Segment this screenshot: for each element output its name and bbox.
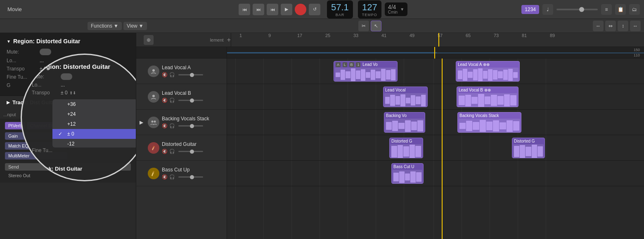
- time-display: 57.1 BAR: [327, 0, 353, 19]
- expand-tool[interactable]: ↔: [630, 21, 641, 31]
- clip-bass-1[interactable]: Bass Cut U: [391, 163, 424, 184]
- mute-icon-3[interactable]: 🔇: [162, 123, 168, 129]
- ruler-mark-89: 89: [550, 33, 555, 38]
- skip-back-button[interactable]: ⏮: [267, 4, 278, 15]
- view-menu-button[interactable]: View ▼: [123, 22, 147, 30]
- mute-icon-1[interactable]: 🔇: [162, 72, 168, 77]
- snap-tool[interactable]: ⇔: [605, 21, 616, 31]
- clip-label-dg2: Distorted G: [512, 138, 545, 144]
- track-controls-4: 🔇 🎧: [162, 149, 223, 154]
- smart-controls-button[interactable]: 1234: [521, 5, 539, 14]
- overlay-transpose-stepper[interactable]: ⬆⬇: [69, 91, 76, 95]
- track-header-info-3: Backing Vocals Stack 🔇 🎧: [162, 116, 223, 129]
- cycle-button[interactable]: ↺: [309, 4, 320, 15]
- track-header-info-5: Bass Cut Up 🔇 🎧: [162, 167, 223, 180]
- svg-point-4: [153, 146, 155, 148]
- transpose-option-plus24[interactable]: +24: [52, 109, 136, 119]
- overlay-loop-label: Lo...: [32, 82, 61, 88]
- overlay-transpose-value[interactable]: ± 0: [61, 90, 68, 96]
- mute-row: Mute:: [7, 49, 129, 55]
- track-fader-3[interactable]: [178, 125, 203, 127]
- track-fader-1[interactable]: [178, 74, 203, 75]
- ruler-mark-9: 9: [268, 33, 271, 38]
- mute-icon-5[interactable]: 🔇: [162, 174, 168, 180]
- note-pad-button[interactable]: 📋: [615, 4, 626, 15]
- time-sig-chevron[interactable]: ▼: [400, 7, 404, 12]
- transpose-option-plus36[interactable]: +36: [52, 99, 136, 109]
- headphones-icon-2[interactable]: 🎧: [169, 98, 175, 103]
- clip-distorted-guitar-2[interactable]: Distorted G: [512, 138, 545, 158]
- play-button[interactable]: ▶: [281, 4, 292, 15]
- track-icon-distorted-guitar: [148, 142, 159, 154]
- transpose-label: Transpo: [7, 66, 40, 72]
- headphones-icon-3[interactable]: 🎧: [169, 123, 175, 129]
- svg-point-0: [152, 69, 155, 72]
- secondary-toolbar: Functions ▼ View ▼ ✂ ↖ ↔ ⇔ ↕ ↔: [0, 19, 644, 33]
- fit-tool[interactable]: ↕: [618, 21, 628, 31]
- transpose-option-zero[interactable]: ✓ ± 0: [52, 129, 136, 139]
- clip-label-lva2: Lead Vocal A ⊕⊕: [456, 61, 519, 68]
- trim-tool[interactable]: ✂: [358, 21, 369, 31]
- clip-lead-vocal-b-2[interactable]: Lead Vocal B ⊕⊕: [457, 87, 519, 107]
- level-110: 110: [634, 53, 640, 57]
- overlay-mute-toggle[interactable]: [61, 73, 72, 80]
- bar-section: 57.1 BAR: [331, 2, 349, 17]
- track-row-lead-vocal-a: A L B 1 Lead Vo: [227, 59, 644, 84]
- bar-label: BAR: [336, 13, 345, 17]
- mute-icon-4[interactable]: 🔇: [162, 149, 168, 154]
- transpose-option-plus12[interactable]: +12: [52, 119, 136, 129]
- record-button[interactable]: [295, 4, 306, 15]
- track-fader-5[interactable]: [178, 176, 203, 178]
- svg-point-2: [152, 120, 154, 122]
- mute-icon-2[interactable]: 🔇: [162, 98, 168, 103]
- clip-lead-vocal-a-1[interactable]: A L B 1 Lead Vo: [334, 61, 398, 82]
- ruler-mark-33: 33: [353, 33, 358, 38]
- clip-label-lvb1: Lead Vocal: [384, 87, 427, 93]
- transpose-option-minus12[interactable]: -12: [52, 139, 136, 148]
- movie-label: Movie: [7, 6, 22, 12]
- fast-forward-button[interactable]: ⏭: [253, 4, 264, 15]
- add-track-icon[interactable]: ⊕: [144, 35, 154, 45]
- ruler-numbers: 1 9 17 25 33 41 49 57 65 73 81 89: [231, 33, 644, 47]
- resize-tool[interactable]: ↔: [593, 21, 604, 31]
- transport-controls: ⏮ ⏭ ⏮ ▶ ↺: [239, 4, 320, 15]
- mute-label: Mute:: [7, 49, 40, 55]
- track-controls-1: 🔇 🎧: [162, 72, 223, 77]
- tempo-section: 127 TEMPO: [358, 0, 381, 19]
- headphones-icon-4[interactable]: 🎧: [169, 149, 175, 154]
- view-label: View: [127, 23, 137, 29]
- metronome-button[interactable]: ♩: [542, 4, 553, 15]
- mute-toggle[interactable]: [40, 49, 51, 55]
- clip-lead-vocal-a-2[interactable]: Lead Vocal A ⊕⊕: [456, 61, 520, 82]
- overlay-mute-row: Mute:: [32, 73, 136, 80]
- time-sig-value: 4/4: [388, 4, 398, 10]
- add-element-button[interactable]: +: [227, 36, 231, 44]
- functions-chevron-icon: ▼: [114, 23, 118, 29]
- time-signature[interactable]: 4/4 Cmin ▼: [385, 2, 407, 16]
- headphones-icon-1[interactable]: 🎧: [169, 72, 175, 77]
- track-name-backing-vocals: Backing Vocals Stack: [162, 116, 223, 122]
- functions-menu-button[interactable]: Functions ▼: [88, 22, 122, 30]
- browser-button[interactable]: 🗂: [629, 4, 640, 15]
- clip-distorted-guitar-1[interactable]: Distorted G: [389, 138, 423, 158]
- list-editor-button[interactable]: ≡: [601, 4, 612, 15]
- waveform-dg1: [391, 144, 422, 158]
- rewind-button[interactable]: ⏮: [239, 4, 250, 15]
- clip-lead-vocal-b-1[interactable]: Lead Vocal: [383, 87, 428, 107]
- track-fader-4[interactable]: [178, 151, 203, 152]
- clip-backing-vocals-1[interactable]: Backing Vo: [384, 112, 425, 133]
- waveform-lvb1: [384, 93, 426, 107]
- element-label: lement: [210, 37, 224, 42]
- track-fader-2[interactable]: [178, 100, 203, 101]
- clip-label-bv2: Backing Vocals Stack: [458, 112, 521, 119]
- transpose-dropdown: +36 +24 +12 ✓ ± 0: [52, 99, 136, 148]
- track-controls-2: 🔇 🎧: [162, 98, 223, 103]
- playhead-auto: [434, 47, 435, 59]
- playhead: [442, 59, 443, 239]
- pointer-tool[interactable]: ↖: [371, 21, 381, 31]
- headphones-icon-5[interactable]: 🎧: [169, 174, 175, 180]
- master-volume-slider[interactable]: [556, 9, 598, 10]
- clip-backing-vocals-2[interactable]: Backing Vocals Stack: [457, 112, 521, 133]
- track-play-icon-3[interactable]: ▶: [140, 120, 145, 125]
- key-value: Cmin: [388, 10, 398, 14]
